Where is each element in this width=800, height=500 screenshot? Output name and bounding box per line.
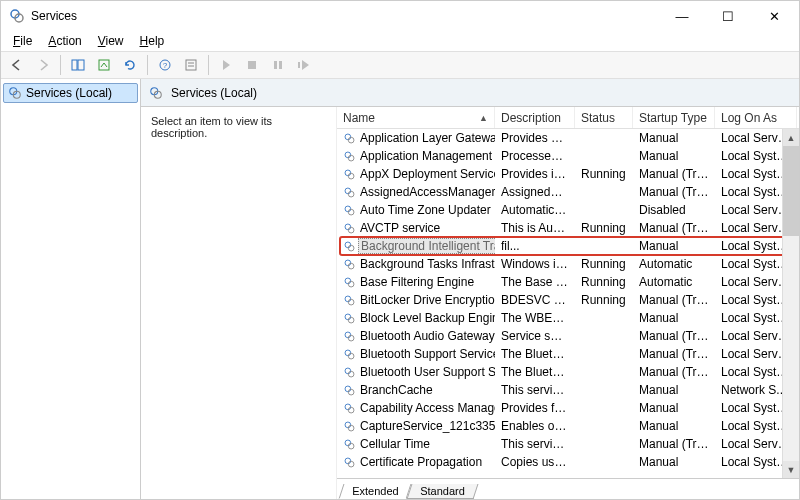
description-panel: Select an item to view its description. <box>141 107 336 499</box>
vertical-scrollbar[interactable]: ▲ ▼ <box>782 129 799 478</box>
tab-extended[interactable]: Extended <box>339 484 412 499</box>
properties-button[interactable] <box>179 54 203 76</box>
gear-icon <box>343 240 356 253</box>
scroll-up-button[interactable]: ▲ <box>783 129 799 146</box>
col-header-status[interactable]: Status <box>575 107 633 128</box>
svg-point-42 <box>345 350 351 356</box>
service-row[interactable]: BranchCacheThis service ...ManualNetwork… <box>337 381 799 399</box>
menu-action[interactable]: Action <box>42 33 87 49</box>
service-row[interactable]: AppX Deployment Service (...Provides inf… <box>337 165 799 183</box>
svg-point-24 <box>345 188 351 194</box>
nav-forward-button[interactable] <box>31 54 55 76</box>
service-row[interactable]: Certificate PropagationCopies user ...Ma… <box>337 453 799 471</box>
svg-point-44 <box>345 368 351 374</box>
help-button[interactable]: ? <box>153 54 177 76</box>
tree-item-label: Services (Local) <box>26 86 112 100</box>
app-icon <box>9 8 25 24</box>
service-row[interactable]: Application ManagementProcesses in...Man… <box>337 147 799 165</box>
export-list-button[interactable] <box>92 54 116 76</box>
list-rows[interactable]: Application Layer Gateway ...Provides su… <box>337 129 799 478</box>
start-service-button[interactable] <box>214 54 238 76</box>
svg-point-55 <box>348 461 354 467</box>
service-row[interactable]: Auto Time Zone UpdaterAutomatica...Disab… <box>337 201 799 219</box>
col-header-startup[interactable]: Startup Type <box>633 107 715 128</box>
svg-point-41 <box>348 335 354 341</box>
gear-icon <box>343 456 356 469</box>
svg-point-54 <box>345 458 351 464</box>
service-row[interactable]: Bluetooth User Support Ser...The Bluetoo… <box>337 363 799 381</box>
svg-point-40 <box>345 332 351 338</box>
service-row[interactable]: Cellular TimeThis service ...Manual (Tri… <box>337 435 799 453</box>
svg-rect-4 <box>99 60 109 70</box>
pane-title: Services (Local) <box>171 86 257 100</box>
console-tree[interactable]: Services (Local) <box>1 79 141 499</box>
gear-icon <box>343 438 356 451</box>
menu-help[interactable]: Help <box>134 33 171 49</box>
svg-rect-12 <box>279 61 282 69</box>
scroll-down-button[interactable]: ▼ <box>783 461 799 478</box>
service-row[interactable]: Application Layer Gateway ...Provides su… <box>337 129 799 147</box>
service-row[interactable]: Bluetooth Audio Gateway S...Service sup.… <box>337 327 799 345</box>
svg-point-35 <box>348 281 354 287</box>
gear-icon <box>343 348 356 361</box>
svg-text:?: ? <box>163 61 168 70</box>
gear-icon <box>343 168 356 181</box>
gear-icon <box>343 186 356 199</box>
sort-ascending-icon: ▲ <box>479 113 488 123</box>
gear-icon <box>343 366 356 379</box>
maximize-button[interactable]: ☐ <box>705 1 751 31</box>
toolbar-separator <box>208 55 209 75</box>
gear-icon <box>8 86 22 100</box>
svg-rect-2 <box>72 60 77 70</box>
title-bar: Services — ☐ ✕ <box>1 1 799 31</box>
menu-file[interactable]: File <box>7 33 38 49</box>
svg-point-51 <box>348 425 354 431</box>
col-header-name[interactable]: Name▲ <box>337 107 495 128</box>
detail-split: Select an item to view its description. … <box>141 107 799 499</box>
service-row[interactable]: CaptureService_121c3357Enables opti...Ma… <box>337 417 799 435</box>
service-row[interactable]: Background Tasks Infrastruc...Windows in… <box>337 255 799 273</box>
svg-point-34 <box>345 278 351 284</box>
col-header-logon[interactable]: Log On As <box>715 107 797 128</box>
service-row[interactable]: Bluetooth Support ServiceThe Bluetoo...M… <box>337 345 799 363</box>
service-row[interactable]: Capability Access Manager ...Provides fa… <box>337 399 799 417</box>
menu-view[interactable]: View <box>92 33 130 49</box>
nav-back-button[interactable] <box>5 54 29 76</box>
service-row[interactable]: Base Filtering EngineThe Base Fil...Runn… <box>337 273 799 291</box>
tab-standard[interactable]: Standard <box>407 484 479 499</box>
toolbar: ? <box>1 51 799 79</box>
col-header-description[interactable]: Description <box>495 107 575 128</box>
svg-point-47 <box>348 389 354 395</box>
tree-item-services-local[interactable]: Services (Local) <box>3 83 138 103</box>
gear-icon <box>343 420 356 433</box>
toolbar-separator <box>147 55 148 75</box>
gear-icon <box>343 294 356 307</box>
svg-point-26 <box>345 206 351 212</box>
svg-point-46 <box>345 386 351 392</box>
list-header: Name▲ Description Status Startup Type Lo… <box>337 107 799 129</box>
svg-point-22 <box>345 170 351 176</box>
service-row[interactable]: Block Level Backup Engine ...The WBENG..… <box>337 309 799 327</box>
restart-service-button[interactable] <box>292 54 316 76</box>
service-row[interactable]: AVCTP serviceThis is Audi...RunningManua… <box>337 219 799 237</box>
close-button[interactable]: ✕ <box>751 1 797 31</box>
svg-point-45 <box>348 371 354 377</box>
minimize-button[interactable]: — <box>659 1 705 31</box>
show-hide-tree-button[interactable] <box>66 54 90 76</box>
svg-rect-10 <box>248 61 256 69</box>
gear-icon <box>149 86 163 100</box>
svg-rect-11 <box>274 61 277 69</box>
content-split: Services (Local) Services (Local) Select… <box>1 79 799 499</box>
service-row[interactable]: AssignedAccessManager Se...AssignedAc...… <box>337 183 799 201</box>
gear-icon <box>343 204 356 217</box>
refresh-button[interactable] <box>118 54 142 76</box>
svg-point-39 <box>348 317 354 323</box>
svg-point-27 <box>348 209 354 215</box>
stop-service-button[interactable] <box>240 54 264 76</box>
service-row[interactable]: BitLocker Drive Encryption ...BDESVC hos… <box>337 291 799 309</box>
svg-point-43 <box>348 353 354 359</box>
scroll-thumb[interactable] <box>783 146 799 236</box>
gear-icon <box>343 384 356 397</box>
service-row[interactable]: Background Intelligent Transfer Servicef… <box>337 237 799 255</box>
pause-service-button[interactable] <box>266 54 290 76</box>
